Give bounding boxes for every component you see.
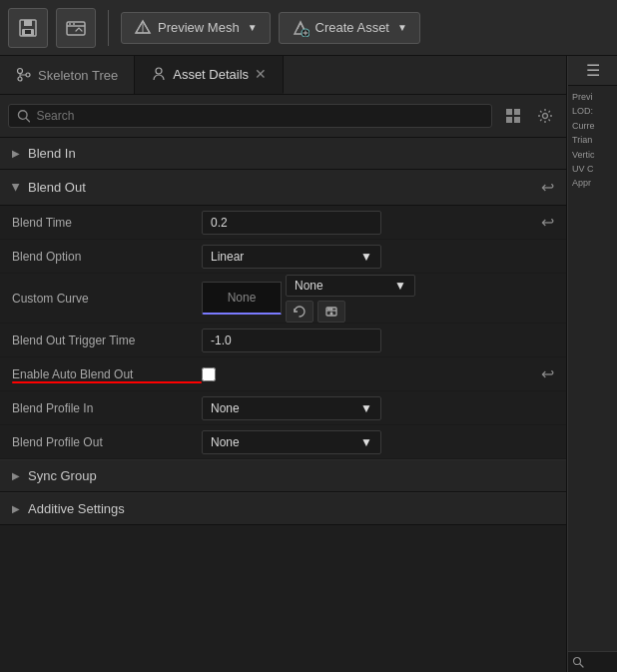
tab-asset-details-label: Asset Details: [173, 67, 249, 82]
blend-profile-in-label: Blend Profile In: [12, 401, 202, 415]
blend-option-row: Blend Option Linear ▼: [0, 240, 566, 274]
create-asset-chevron: ▼: [397, 22, 407, 33]
left-panel: Skeleton Tree Asset Details ✕: [0, 56, 567, 672]
blend-out-trigger-label: Blend Out Trigger Time: [12, 334, 202, 347]
tabs: Skeleton Tree Asset Details ✕: [0, 56, 566, 95]
blend-profile-out-chevron: ▼: [360, 435, 372, 449]
blend-time-reset[interactable]: ↩: [541, 213, 554, 232]
blend-out-reset[interactable]: ↩: [541, 178, 554, 197]
blend-out-trigger-input[interactable]: [202, 329, 381, 352]
curve-controls: None ▼: [286, 275, 415, 323]
svg-rect-25: [506, 117, 512, 123]
custom-curve-row: Custom Curve None None ▼: [0, 274, 566, 324]
curve-dropdown-chevron: ▼: [394, 279, 406, 293]
blend-out-label: Blend Out: [28, 180, 86, 195]
blend-in-arrow: ▶: [12, 148, 20, 159]
preview-line-1: LOD:: [572, 104, 613, 118]
svg-point-5: [69, 23, 71, 25]
preview-info: Previ LOD: Curre Trian Vertic UV C Appr: [572, 90, 613, 191]
additive-settings-label: Additive Settings: [28, 501, 125, 516]
blend-in-section[interactable]: ▶ Blend In: [0, 138, 566, 170]
blend-profile-out-row: Blend Profile Out None ▼: [0, 425, 566, 459]
svg-line-34: [580, 664, 583, 667]
svg-rect-23: [506, 109, 512, 115]
preview-mesh-button[interactable]: Preview Mesh ▼: [121, 12, 271, 44]
blend-profile-in-dropdown[interactable]: None ▼: [202, 396, 381, 420]
preview-line-4: Vertic: [572, 148, 613, 162]
blend-out-trigger-row: Blend Out Trigger Time: [0, 324, 566, 357]
preview-line-5: UV C: [572, 162, 613, 176]
custom-curve-value-wrap: None None ▼: [202, 275, 554, 323]
search-icon: [17, 109, 30, 123]
create-asset-button[interactable]: Create Asset ▼: [279, 12, 420, 44]
tab-asset-details[interactable]: Asset Details ✕: [135, 56, 284, 94]
svg-point-30: [330, 308, 331, 309]
preview-line-3: Trian: [572, 133, 613, 147]
blend-out-section[interactable]: ▶ Blend Out ↩: [0, 170, 566, 206]
table-view-button[interactable]: [500, 103, 526, 129]
preview-line-6: Appr: [572, 176, 613, 190]
svg-rect-26: [514, 117, 520, 123]
curve-browse-icon-btn[interactable]: [317, 301, 345, 323]
search-icons: [500, 103, 558, 129]
blend-out-trigger-value-wrap: [202, 329, 554, 352]
svg-point-33: [574, 658, 581, 665]
search-input[interactable]: [36, 109, 483, 123]
blend-profile-out-value-wrap: None ▼: [202, 430, 554, 454]
curve-reset-icon-btn[interactable]: [286, 301, 313, 323]
blend-time-value-wrap: [202, 211, 541, 235]
preview-mesh-chevron: ▼: [248, 22, 258, 33]
custom-curve-none: None: [228, 291, 257, 305]
blend-time-input[interactable]: [202, 211, 381, 235]
blend-option-label: Blend Option: [12, 250, 202, 264]
toolbar: Preview Mesh ▼ Create Asset ▼: [0, 0, 617, 56]
blend-option-chevron: ▼: [360, 250, 372, 264]
additive-settings-arrow: ▶: [12, 503, 20, 514]
svg-rect-24: [514, 109, 520, 115]
main-layout: Skeleton Tree Asset Details ✕: [0, 56, 617, 672]
sync-group-section[interactable]: ▶ Sync Group: [0, 459, 566, 492]
blend-profile-out-value: None: [211, 435, 240, 449]
blend-option-dropdown[interactable]: Linear ▼: [202, 245, 381, 269]
svg-point-29: [328, 308, 329, 309]
additive-settings-section[interactable]: ▶ Additive Settings: [0, 492, 566, 525]
curve-dropdown-value: None: [295, 279, 323, 293]
settings-button[interactable]: [532, 103, 558, 129]
enable-auto-blend-reset[interactable]: ↩: [541, 364, 554, 383]
blend-time-row: Blend Time ↩: [0, 206, 566, 240]
preview-search-icon: [572, 656, 584, 668]
tab-close-button[interactable]: ✕: [255, 67, 267, 81]
preview-line-2: Curre: [572, 119, 613, 133]
blend-profile-out-label: Blend Profile Out: [12, 435, 202, 449]
search-input-wrap: [8, 104, 492, 128]
save-button[interactable]: [8, 8, 48, 48]
right-panel: ☰ Previ LOD: Curre Trian Vertic UV C App…: [567, 56, 617, 672]
preview-line-0: Previ: [572, 90, 613, 104]
blend-profile-in-value-wrap: None ▼: [202, 396, 554, 420]
blend-in-label: Blend In: [28, 146, 76, 161]
right-panel-header: ☰: [568, 56, 617, 86]
right-panel-menu-icon[interactable]: ☰: [586, 61, 600, 80]
curve-dropdown[interactable]: None ▼: [286, 275, 415, 297]
blend-out-arrow: ▶: [11, 184, 22, 192]
sync-group-arrow: ▶: [12, 470, 20, 481]
browse-button[interactable]: [56, 8, 96, 48]
scroll-area[interactable]: ▶ Blend In ▶ Blend Out ↩ Blend Time ↩ Bl…: [0, 138, 566, 672]
enable-auto-blend-value-wrap: [202, 367, 541, 381]
toolbar-divider: [108, 10, 109, 46]
blend-profile-in-chevron: ▼: [360, 401, 372, 415]
blend-time-label: Blend Time: [12, 216, 202, 230]
svg-point-6: [73, 23, 75, 25]
curve-icon-row: [286, 301, 415, 323]
enable-auto-blend-checkbox[interactable]: [202, 367, 216, 381]
svg-point-31: [330, 312, 333, 315]
right-panel-content: Previ LOD: Curre Trian Vertic UV C Appr: [568, 86, 617, 651]
blend-profile-out-dropdown[interactable]: None ▼: [202, 430, 381, 454]
blend-profile-in-row: Blend Profile In None ▼: [0, 391, 566, 425]
svg-point-15: [18, 69, 23, 74]
blend-option-value-wrap: Linear ▼: [202, 245, 554, 269]
tab-skeleton-tree[interactable]: Skeleton Tree: [0, 56, 135, 94]
preview-search: [568, 651, 617, 672]
svg-point-27: [543, 114, 548, 119]
svg-point-17: [18, 77, 22, 81]
